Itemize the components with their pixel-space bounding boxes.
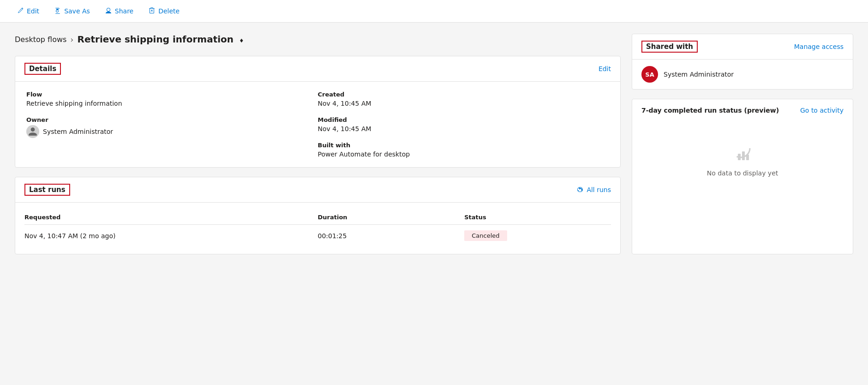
svg-rect-3 — [746, 155, 749, 160]
duration-cell: 00:01:25 — [318, 225, 465, 247]
refresh-icon — [576, 186, 584, 193]
modified-group: Modified Nov 4, 10:45 AM — [318, 116, 610, 132]
built-with-group: Built with Power Automate for desktop — [318, 142, 610, 158]
manage-access-link[interactable]: Manage access — [794, 43, 844, 50]
last-runs-card: Last runs All runs — [15, 177, 621, 254]
table-row: Nov 4, 10:47 AM (2 mo ago) 00:01:25 Canc… — [24, 225, 611, 247]
breadcrumb-parent[interactable]: Desktop flows — [15, 35, 66, 44]
shared-with-title: Shared with — [641, 41, 698, 53]
save-as-icon — [54, 7, 61, 15]
right-column: Shared with Manage access SA System Admi… — [632, 34, 853, 254]
edit-icon — [17, 7, 24, 15]
runs-table-wrapper: Requested Duration Status Nov 4, 10:47 A… — [15, 203, 620, 254]
flow-label: Flow — [26, 91, 318, 98]
shared-with-card: Shared with Manage access SA System Admi… — [632, 34, 853, 90]
breadcrumb-current: Retrieve shipping information — [78, 34, 234, 45]
no-data-text: No data to display yet — [707, 169, 778, 177]
edit-label: Edit — [27, 7, 39, 15]
created-label: Created — [318, 91, 610, 98]
owner-group: Owner System Administrator — [26, 116, 318, 138]
owner-name: System Administrator — [43, 128, 113, 135]
shared-item: SA System Administrator — [632, 60, 853, 89]
details-title: Details — [24, 63, 61, 75]
delete-button[interactable]: Delete — [143, 5, 185, 18]
created-group: Created Nov 4, 10:45 AM — [318, 91, 610, 107]
shared-user-name: System Administrator — [664, 71, 734, 78]
toolbar: Edit Save As Share Delete — [0, 0, 868, 23]
details-left: Flow Retrieve shipping information Owner… — [26, 91, 318, 158]
all-runs-link[interactable]: All runs — [576, 186, 611, 193]
status-badge: Canceled — [464, 230, 507, 241]
share-icon — [105, 7, 112, 15]
created-value: Nov 4, 10:45 AM — [318, 100, 371, 107]
diamond-icon: ⬧ — [239, 35, 244, 44]
all-runs-label: All runs — [587, 186, 611, 193]
save-as-button[interactable]: Save As — [48, 5, 96, 18]
edit-button[interactable]: Edit — [11, 5, 45, 18]
details-right: Created Nov 4, 10:45 AM Modified Nov 4, … — [318, 91, 610, 158]
left-column: Desktop flows › Retrieve shipping inform… — [15, 34, 621, 254]
share-button[interactable]: Share — [99, 5, 139, 18]
modified-label: Modified — [318, 116, 610, 123]
svg-rect-1 — [738, 154, 741, 160]
sa-avatar: SA — [641, 66, 658, 83]
main-content: Desktop flows › Retrieve shipping inform… — [0, 23, 868, 265]
shared-with-header: Shared with Manage access — [632, 34, 853, 60]
built-with-value: Power Automate for desktop — [318, 150, 410, 158]
requested-cell: Nov 4, 10:47 AM (2 mo ago) — [24, 225, 318, 247]
avatar — [26, 125, 39, 138]
owner-value: System Administrator — [26, 125, 318, 138]
no-data-container: No data to display yet — [641, 121, 844, 192]
runs-table-header-row: Requested Duration Status — [24, 210, 611, 225]
col-requested-header: Requested — [24, 210, 318, 225]
breadcrumb-separator: › — [70, 35, 73, 44]
share-label: Share — [115, 7, 133, 15]
person-icon — [28, 126, 38, 137]
run-status-header: 7-day completed run status (preview) Go … — [641, 107, 844, 114]
svg-rect-2 — [742, 151, 745, 160]
built-with-label: Built with — [318, 142, 610, 149]
details-card: Details Edit Flow Retrieve shipping info… — [15, 56, 621, 168]
details-body: Flow Retrieve shipping information Owner… — [15, 82, 620, 167]
runs-table: Requested Duration Status Nov 4, 10:47 A… — [24, 210, 611, 247]
modified-value: Nov 4, 10:45 AM — [318, 125, 371, 132]
flow-group: Flow Retrieve shipping information — [26, 91, 318, 107]
col-status-header: Status — [464, 210, 611, 225]
status-cell: Canceled — [464, 225, 611, 247]
runs-table-body: Nov 4, 10:47 AM (2 mo ago) 00:01:25 Canc… — [24, 225, 611, 247]
run-status-card: 7-day completed run status (preview) Go … — [632, 99, 853, 254]
run-status-title: 7-day completed run status (preview) — [641, 107, 779, 114]
chart-icon — [729, 136, 756, 164]
delete-label: Delete — [158, 7, 180, 15]
breadcrumb: Desktop flows › Retrieve shipping inform… — [15, 34, 621, 45]
runs-table-head: Requested Duration Status — [24, 210, 611, 225]
delete-icon — [148, 7, 156, 15]
owner-label: Owner — [26, 116, 318, 123]
last-runs-header: Last runs All runs — [15, 177, 620, 203]
save-as-label: Save As — [64, 7, 90, 15]
details-card-header: Details Edit — [15, 56, 620, 82]
go-to-activity-link[interactable]: Go to activity — [800, 107, 844, 114]
details-edit-link[interactable]: Edit — [599, 65, 611, 72]
col-duration-header: Duration — [318, 210, 465, 225]
flow-value: Retrieve shipping information — [26, 100, 122, 107]
last-runs-title: Last runs — [24, 184, 70, 196]
